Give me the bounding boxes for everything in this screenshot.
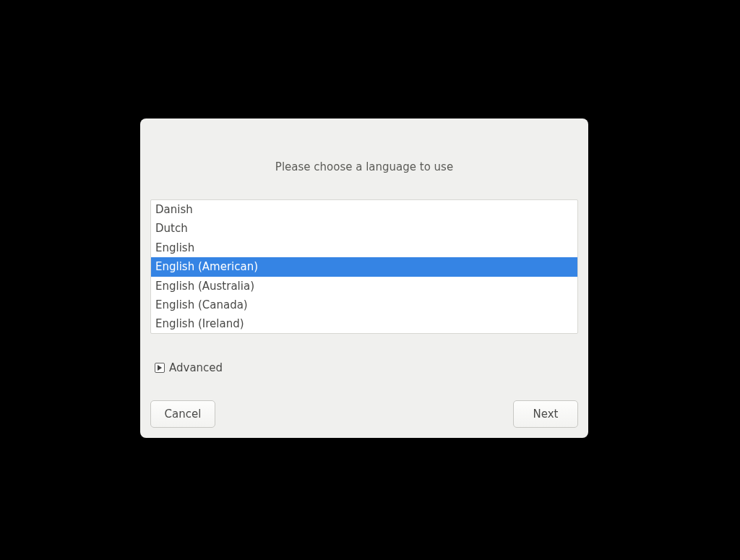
list-item[interactable]: Dutch <box>151 219 577 238</box>
advanced-toggle[interactable]: Advanced <box>155 361 223 374</box>
cancel-button[interactable]: Cancel <box>150 400 215 428</box>
list-item[interactable]: Danish <box>151 200 577 219</box>
list-item[interactable]: English <box>151 238 577 257</box>
language-dialog: Please choose a language to use Danish D… <box>140 119 588 438</box>
svg-marker-0 <box>158 365 162 371</box>
dialog-prompt: Please choose a language to use <box>149 160 580 173</box>
list-item[interactable]: English (Australia) <box>151 277 577 296</box>
list-item[interactable]: English (Canada) <box>151 296 577 314</box>
list-item[interactable]: English (American) <box>151 257 577 276</box>
next-button[interactable]: Next <box>513 400 578 428</box>
dialog-button-row: Cancel Next <box>149 400 580 429</box>
list-item[interactable]: English (Ireland) <box>151 314 577 333</box>
advanced-label: Advanced <box>169 361 223 374</box>
disclosure-triangle-icon <box>155 363 165 373</box>
language-listbox[interactable]: Danish Dutch English English (American) … <box>150 199 578 334</box>
